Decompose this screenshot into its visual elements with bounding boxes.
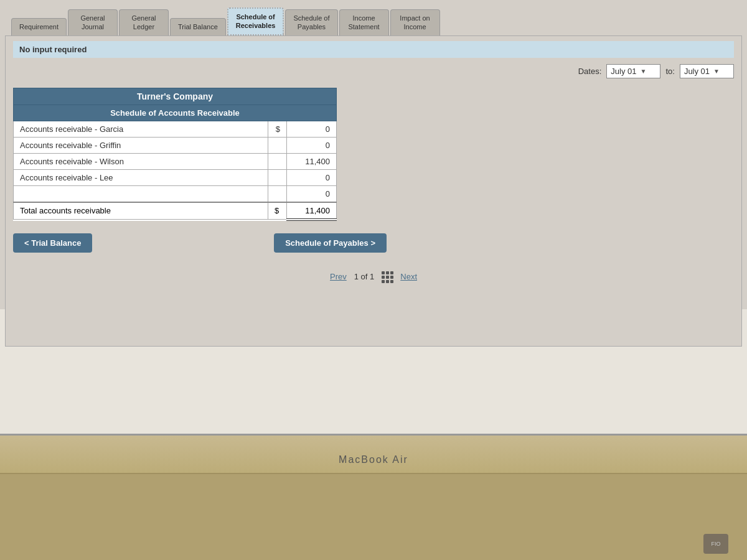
tab-income-statement[interactable]: IncomeStatement xyxy=(339,9,389,35)
table-row: 0 xyxy=(14,185,337,202)
schedule-title: Schedule of Accounts Receivable xyxy=(14,105,337,121)
tab-requirement[interactable]: Requirement xyxy=(11,18,67,35)
next-link[interactable]: Next xyxy=(400,272,417,281)
table-row: Accounts receivable - Lee 0 xyxy=(14,169,337,185)
tab-bar: Requirement GeneralJournal GeneralLedger… xyxy=(5,5,742,35)
tab-general-ledger[interactable]: GeneralLedger xyxy=(119,9,169,35)
schedule-title-row: Schedule of Accounts Receivable xyxy=(14,105,337,121)
schedule-table: Turner's Company Schedule of Accounts Re… xyxy=(13,88,337,221)
dates-label: Dates: xyxy=(578,67,602,76)
account-wilson: Accounts receivable - Wilson xyxy=(14,153,268,169)
total-row: Total accounts receivable $ 11,400 xyxy=(14,202,337,220)
tab-trial-balance[interactable]: Trial Balance xyxy=(170,18,226,35)
account-griffin: Accounts receivable - Griffin xyxy=(14,137,268,153)
tab-general-journal[interactable]: GeneralJournal xyxy=(68,9,118,35)
tab-schedule-payables[interactable]: Schedule ofPayables xyxy=(285,9,337,35)
dollar-wilson xyxy=(268,153,287,169)
table-row: Accounts receivable - Wilson 11,400 xyxy=(14,153,337,169)
value-garcia: 0 xyxy=(287,121,337,137)
tab-schedule-receivables[interactable]: Schedule ofReceivables xyxy=(227,7,284,35)
value-empty: 0 xyxy=(287,185,337,202)
company-name: Turner's Company xyxy=(14,88,337,105)
no-input-banner: No input required xyxy=(13,41,734,58)
tab-impact-income[interactable]: Impact onIncome xyxy=(390,9,440,35)
table-row: Accounts receivable - Griffin 0 xyxy=(14,137,337,153)
date-from-arrow: ▼ xyxy=(641,68,647,75)
trial-balance-button[interactable]: < Trial Balance xyxy=(13,233,92,253)
account-garcia: Accounts receivable - Garcia xyxy=(14,121,268,137)
value-wilson: 11,400 xyxy=(287,153,337,169)
value-griffin: 0 xyxy=(287,137,337,153)
schedule-wrapper: Turner's Company Schedule of Accounts Re… xyxy=(13,88,734,221)
grid-icon xyxy=(382,271,393,282)
macbook-label: MacBook Air xyxy=(339,454,408,465)
table-row: Accounts receivable - Garcia $ 0 xyxy=(14,121,337,137)
total-value: 11,400 xyxy=(287,202,337,220)
dollar-empty xyxy=(268,185,287,202)
total-label: Total accounts receivable xyxy=(14,202,268,220)
prev-link[interactable]: Prev xyxy=(330,272,347,281)
keyboard-row: FIO xyxy=(0,474,747,560)
total-dollar: $ xyxy=(268,202,287,220)
account-lee: Accounts receivable - Lee xyxy=(14,169,268,185)
company-name-row: Turner's Company xyxy=(14,88,337,105)
to-label: to: xyxy=(665,67,674,76)
date-from-dropdown[interactable]: July 01 ▼ xyxy=(606,64,660,78)
account-empty xyxy=(14,185,268,202)
dates-row: Dates: July 01 ▼ to: July 01 ▼ xyxy=(13,64,734,78)
date-to-arrow: ▼ xyxy=(713,68,720,75)
content-area: No input required Dates: July 01 ▼ to: J… xyxy=(5,35,742,347)
fio-key[interactable]: FIO xyxy=(703,534,728,554)
value-lee: 0 xyxy=(287,169,337,185)
page-info: 1 of 1 xyxy=(354,272,375,281)
dollar-griffin xyxy=(268,137,287,153)
schedule-payables-button[interactable]: Schedule of Payables > xyxy=(274,233,387,253)
pagination: Prev 1 of 1 Next xyxy=(13,271,734,282)
keyboard-area: FIO xyxy=(0,473,747,560)
date-to-dropdown[interactable]: July 01 ▼ xyxy=(680,64,734,78)
dollar-lee xyxy=(268,169,287,185)
dollar-garcia: $ xyxy=(268,121,287,137)
